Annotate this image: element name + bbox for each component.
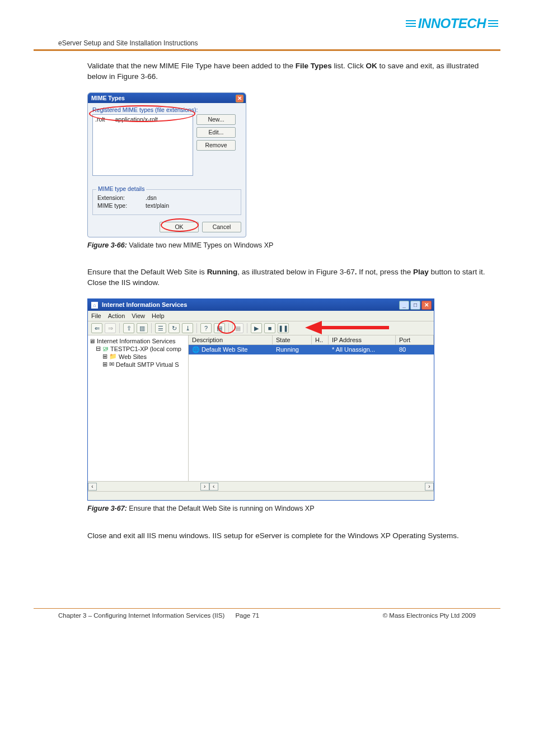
tree-root[interactable]: 🖥 Internet Information Services: [89, 338, 187, 344]
play-icon[interactable]: ▶: [251, 323, 262, 333]
folder-icon: 📁: [109, 353, 117, 360]
menu-bar: File Action View Help: [88, 311, 434, 321]
col-port[interactable]: Port: [396, 335, 434, 344]
expand-icon[interactable]: ⊞: [102, 361, 107, 368]
tree-item-smtp[interactable]: ⊞ ✉ Default SMTP Virtual S: [102, 361, 187, 368]
stop-icon[interactable]: ■: [264, 323, 275, 333]
app-icon: ⌂: [91, 302, 98, 309]
tree-item-host[interactable]: ⊟ 🖳 TESTPC1-XP (local comp: [96, 345, 187, 352]
pause-icon[interactable]: ❚❚: [278, 323, 289, 333]
annotation-arrow-icon: [305, 321, 395, 334]
column-headers[interactable]: Description State H.. IP Address Port: [189, 335, 434, 345]
figure-3-66-caption: Figure 3-66: Validate two new MIME Types…: [87, 241, 495, 251]
close-icon[interactable]: ✕: [421, 301, 432, 310]
registered-label: Registered MIME types (file extensions):: [92, 106, 241, 113]
toolbar: ⇐ ⇒ ⇧ ▥ ☰ ↻ ⤓ ? ▤ ▦ ▶ ■ ❚❚: [88, 321, 434, 335]
menu-action[interactable]: Action: [108, 312, 125, 319]
footer-rule: [34, 608, 500, 609]
back-icon[interactable]: ⇐: [91, 323, 102, 333]
forward-icon: ⇒: [105, 323, 116, 333]
figure-3-67-caption: Figure 3-67: Ensure that the Default Web…: [87, 504, 495, 514]
col-host[interactable]: H..: [312, 335, 329, 344]
iis-window: ⌂ Internet Information Services _ □ ✕ Fi…: [87, 298, 434, 501]
mimetype-value: text/plain: [146, 202, 169, 209]
mime-types-dialog: MIME Types ✕ Registered MIME types (file…: [87, 92, 246, 237]
help-icon[interactable]: ?: [200, 323, 212, 333]
brand-logo: INNOTECH: [404, 16, 500, 31]
ok-button[interactable]: OK: [160, 222, 199, 232]
dialog-title: MIME Types ✕: [88, 93, 246, 103]
menu-file[interactable]: File: [91, 312, 101, 319]
close-icon[interactable]: ✕: [236, 95, 243, 102]
menu-help[interactable]: Help: [152, 312, 165, 319]
col-description[interactable]: Description: [189, 335, 273, 344]
status-bar: [88, 491, 434, 500]
computer-icon: 🖳: [102, 346, 109, 352]
doc-subtitle: eServer Setup and Site Installation Inst…: [58, 39, 500, 47]
view-icon[interactable]: ▤: [214, 323, 225, 333]
refresh-icon[interactable]: ↻: [168, 323, 180, 333]
list-item[interactable]: .rolt application/x-rolt: [95, 116, 190, 123]
show-hide-icon[interactable]: ▥: [137, 323, 148, 333]
expand-icon[interactable]: ⊞: [102, 353, 107, 360]
scroll-right-icon[interactable]: ›: [200, 483, 209, 491]
paragraph-2: Ensure that the Default Web Site is Runn…: [87, 267, 495, 288]
scrollbar[interactable]: ‹ › ‹ ›: [88, 481, 434, 491]
col-state[interactable]: State: [273, 335, 312, 344]
remove-button[interactable]: Remove: [196, 140, 236, 151]
expand-icon[interactable]: ⊟: [96, 345, 101, 352]
properties-icon[interactable]: ☰: [155, 323, 166, 333]
scroll-left-icon[interactable]: ‹: [209, 483, 218, 491]
page-footer: Chapter 3 – Configuring Internet Informa…: [34, 612, 500, 619]
col-ip[interactable]: IP Address: [329, 335, 396, 344]
export-icon[interactable]: ⤓: [182, 323, 193, 333]
mime-details-group: MIME type details Extension: .dsn MIME t…: [92, 189, 241, 215]
scroll-right-icon[interactable]: ›: [425, 483, 434, 491]
new-button[interactable]: New...: [196, 114, 236, 125]
extension-value: .dsn: [146, 194, 157, 201]
paragraph-3: Close and exit all IIS menu windows. IIS…: [87, 531, 495, 542]
cancel-button[interactable]: Cancel: [202, 222, 241, 232]
menu-view[interactable]: View: [132, 312, 145, 319]
content-pane: Description State H.. IP Address Port 🌐 …: [189, 335, 434, 481]
tree-pane[interactable]: 🖥 Internet Information Services ⊟ 🖳 TEST…: [88, 335, 189, 481]
up-icon[interactable]: ⇧: [123, 323, 134, 333]
iis-root-icon: 🖥: [89, 338, 95, 344]
smtp-icon: ✉: [109, 361, 114, 368]
globe-icon: 🌐: [192, 346, 200, 353]
paragraph-1: Validate that the new MIME File Type hav…: [87, 61, 495, 82]
edit-button[interactable]: Edit...: [196, 127, 236, 138]
header-rule: [34, 49, 500, 51]
start-disabled-icon: ▦: [232, 323, 243, 333]
mime-list[interactable]: .rolt application/x-rolt: [92, 114, 193, 176]
extension-label: Extension:: [97, 194, 131, 201]
svg-marker-1: [305, 321, 322, 334]
tree-item-websites[interactable]: ⊞ 📁 Web Sites: [102, 353, 187, 360]
mimetype-label: MIME type:: [97, 202, 131, 209]
window-title: ⌂ Internet Information Services _ □ ✕: [88, 299, 434, 311]
minimize-icon[interactable]: _: [399, 301, 409, 310]
maximize-icon[interactable]: □: [410, 301, 420, 310]
scroll-left-icon[interactable]: ‹: [88, 483, 97, 491]
table-row[interactable]: 🌐 Default Web Site Running * All Unassig…: [189, 345, 434, 354]
